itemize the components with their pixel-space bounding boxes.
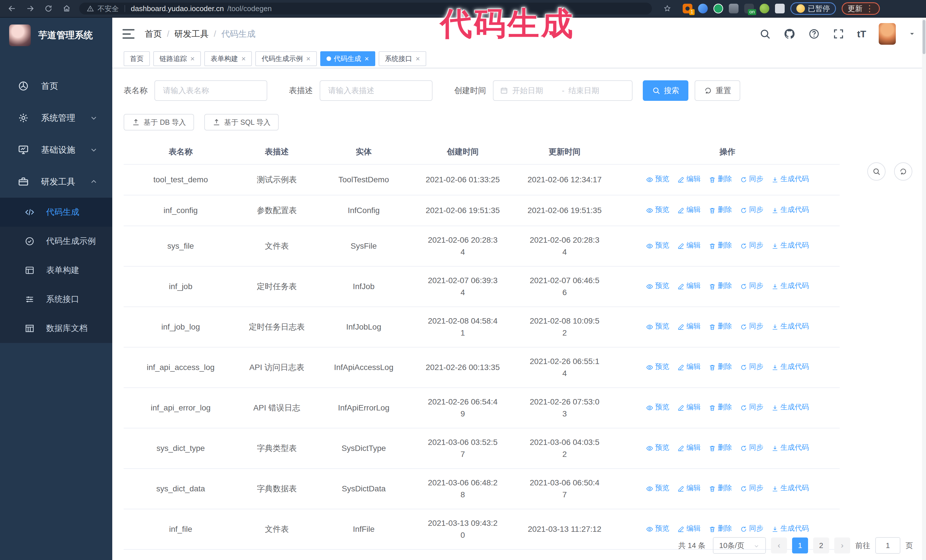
page-size-select[interactable]: 10条/页 — [713, 537, 766, 554]
sync-action[interactable]: 同步 — [740, 173, 763, 184]
close-tab-icon[interactable]: × — [190, 54, 195, 63]
extension-dark-icon[interactable]: on — [744, 4, 754, 14]
delete-action[interactable]: 删除 — [709, 522, 732, 534]
show-search-button[interactable] — [867, 162, 885, 181]
generate-code-action[interactable]: 生成代码 — [771, 360, 809, 372]
scrollbar-thumb[interactable] — [923, 20, 925, 54]
generate-code-action[interactable]: 生成代码 — [771, 522, 809, 534]
preview-action[interactable]: 预览 — [646, 482, 669, 494]
start-date-input[interactable] — [512, 86, 558, 95]
preview-action[interactable]: 预览 — [646, 441, 669, 453]
generate-code-action[interactable]: 生成代码 — [771, 441, 809, 453]
refresh-table-button[interactable] — [894, 162, 912, 181]
caret-down-icon[interactable] — [908, 30, 916, 38]
next-page-button[interactable]: › — [834, 537, 850, 554]
view-tab[interactable]: 代码生成示例 × — [255, 51, 316, 66]
edit-action[interactable]: 编辑 — [677, 203, 701, 215]
edit-action[interactable]: 编辑 — [677, 401, 701, 413]
close-tab-icon[interactable]: × — [241, 54, 246, 63]
edit-action[interactable]: 编辑 — [677, 320, 701, 332]
generate-code-action[interactable]: 生成代码 — [771, 173, 809, 184]
help-icon[interactable] — [808, 28, 820, 40]
sql-import-button[interactable]: 基于 SQL 导入 — [204, 114, 278, 130]
preview-action[interactable]: 预览 — [646, 279, 669, 291]
edit-action[interactable]: 编辑 — [677, 522, 701, 534]
edit-action[interactable]: 编辑 — [677, 279, 701, 291]
sync-action[interactable]: 同步 — [740, 441, 763, 453]
preview-action[interactable]: 预览 — [646, 173, 669, 184]
sync-action[interactable]: 同步 — [740, 279, 763, 291]
browser-menu-dots-icon[interactable]: ⋮ — [865, 4, 874, 13]
view-tab[interactable]: 代码生成 × — [320, 51, 375, 66]
sync-action[interactable]: 同步 — [740, 239, 763, 251]
edit-action[interactable]: 编辑 — [677, 482, 701, 494]
sync-action[interactable]: 同步 — [740, 320, 763, 332]
browser-forward-icon[interactable] — [24, 3, 36, 14]
delete-action[interactable]: 删除 — [709, 441, 732, 453]
generate-code-action[interactable]: 生成代码 — [771, 203, 809, 215]
sidebar-menu-item[interactable]: 系统管理 — [0, 102, 112, 134]
table-name-input[interactable] — [154, 80, 267, 101]
sync-action[interactable]: 同步 — [740, 360, 763, 372]
app-logo-row[interactable]: 芋道管理系统 — [0, 18, 112, 53]
sidebar-menu-item[interactable]: 研发工具 — [0, 166, 112, 198]
sync-action[interactable]: 同步 — [740, 203, 763, 215]
sidebar-submenu-item[interactable]: 数据库文档 — [0, 314, 112, 343]
sidebar-submenu-item[interactable]: 代码生成 — [0, 198, 112, 227]
view-tab[interactable]: 首页 — [124, 51, 150, 66]
edit-action[interactable]: 编辑 — [677, 441, 701, 453]
delete-action[interactable]: 删除 — [709, 279, 732, 291]
font-size-icon[interactable]: tT — [857, 29, 866, 39]
close-tab-icon[interactable]: × — [416, 54, 420, 63]
edit-action[interactable]: 编辑 — [677, 239, 701, 251]
preview-action[interactable]: 预览 — [646, 239, 669, 251]
goto-page-input[interactable] — [875, 537, 900, 554]
preview-action[interactable]: 预览 — [646, 522, 669, 534]
reset-button[interactable]: 重置 — [694, 80, 740, 101]
db-import-button[interactable]: 基于 DB 导入 — [124, 114, 194, 130]
prev-page-button[interactable]: ‹ — [771, 537, 787, 554]
close-tab-icon[interactable]: × — [365, 54, 369, 63]
preview-action[interactable]: 预览 — [646, 401, 669, 413]
sync-action[interactable]: 同步 — [740, 401, 763, 413]
generate-code-action[interactable]: 生成代码 — [771, 320, 809, 332]
extension-green-check-icon[interactable] — [713, 4, 723, 14]
breadcrumb-item[interactable]: 首页 — [145, 28, 162, 40]
preview-action[interactable]: 预览 — [646, 203, 669, 215]
extension-orange-icon[interactable]: 1 — [683, 4, 692, 14]
edit-action[interactable]: 编辑 — [677, 360, 701, 372]
delete-action[interactable]: 删除 — [709, 173, 732, 184]
breadcrumb-item[interactable]: 代码生成 — [221, 28, 256, 40]
browser-reload-icon[interactable] — [43, 3, 54, 14]
page-scrollbar[interactable] — [922, 18, 926, 560]
edit-action[interactable]: 编辑 — [677, 173, 701, 184]
sidebar-submenu-item[interactable]: 系统接口 — [0, 285, 112, 314]
delete-action[interactable]: 删除 — [709, 320, 732, 332]
sync-action[interactable]: 同步 — [740, 482, 763, 494]
preview-action[interactable]: 预览 — [646, 360, 669, 372]
generate-code-action[interactable]: 生成代码 — [771, 482, 809, 494]
view-tab[interactable]: 表单构建 × — [204, 51, 252, 66]
delete-action[interactable]: 删除 — [709, 360, 732, 372]
extension-gray-icon[interactable] — [729, 4, 738, 14]
close-tab-icon[interactable]: × — [306, 54, 310, 63]
fullscreen-icon[interactable] — [832, 28, 844, 40]
table-desc-input[interactable] — [320, 80, 433, 101]
search-button[interactable]: 搜索 — [643, 80, 688, 101]
delete-action[interactable]: 删除 — [709, 239, 732, 251]
page-number-button[interactable]: 1 — [792, 537, 808, 554]
search-icon[interactable] — [759, 28, 771, 40]
preview-action[interactable]: 预览 — [646, 320, 669, 332]
profile-paused-pill[interactable]: 已暂停 — [790, 2, 836, 15]
delete-action[interactable]: 删除 — [709, 401, 732, 413]
generate-code-action[interactable]: 生成代码 — [771, 401, 809, 413]
browser-home-icon[interactable] — [61, 3, 73, 14]
update-chrome-button[interactable]: 更新 ⋮ — [842, 2, 880, 15]
sidebar-menu-item[interactable]: 基础设施 — [0, 134, 112, 166]
sync-action[interactable]: 同步 — [740, 522, 763, 534]
sidebar-submenu-item[interactable]: 表单构建 — [0, 256, 112, 285]
view-tab[interactable]: 链路追踪 × — [153, 51, 201, 66]
extension-blue-icon[interactable] — [698, 4, 708, 14]
generate-code-action[interactable]: 生成代码 — [771, 279, 809, 291]
bookmark-star-icon[interactable] — [661, 3, 673, 14]
